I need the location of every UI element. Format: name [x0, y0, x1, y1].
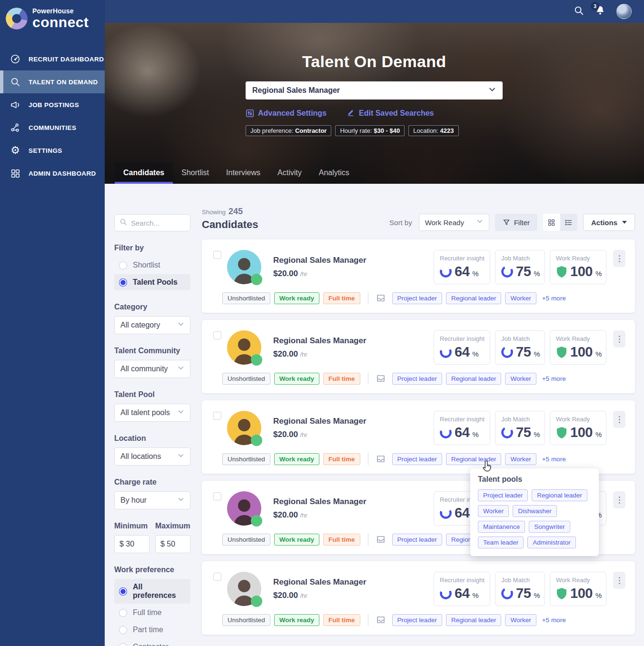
candidate-checkbox[interactable]	[213, 251, 221, 259]
sidebar-item-communities[interactable]: COMMUNITIES	[0, 116, 105, 139]
tab-shortlist[interactable]: Shortlist	[173, 163, 218, 184]
candidate-checkbox[interactable]	[213, 412, 221, 420]
candidate-avatar[interactable]	[227, 572, 261, 606]
stat-work-ready: Work Ready 100%	[550, 330, 606, 365]
candidate-title[interactable]: Regional Sales Manager	[273, 336, 367, 346]
rate-unit: /hr	[300, 512, 307, 519]
candidate-avatar[interactable]	[227, 330, 261, 365]
divider	[368, 292, 368, 304]
candidate-avatar[interactable]	[227, 411, 261, 445]
global-search-icon[interactable]	[574, 5, 584, 18]
sidebar-item-admin-dashboard[interactable]: ADMIN DASHBOARD	[0, 162, 105, 185]
candidate-card: Regional Sales Manager $20.00 /hr Recrui…	[202, 561, 635, 635]
card-menu-button[interactable]	[613, 411, 625, 428]
tab-interviews[interactable]: Interviews	[218, 163, 269, 184]
candidate-checkbox[interactable]	[213, 573, 221, 581]
filter-by-option-shortlist[interactable]: Shortlist	[114, 257, 190, 273]
pool-badge[interactable]: Regional leader	[446, 453, 502, 465]
filter-chip-job-preference[interactable]: Job preference: Contractor	[246, 125, 331, 136]
more-pools-link-hovered[interactable]: +5 more	[542, 456, 566, 463]
advanced-settings-link[interactable]: Advanced Settings	[246, 108, 327, 119]
pool-badge[interactable]: Regional leader	[532, 489, 587, 501]
filter-button[interactable]: Filter	[495, 214, 537, 231]
maximum-input[interactable]	[155, 535, 190, 553]
brand-logo[interactable]: PowerHouse connect	[0, 0, 105, 30]
pool-badge[interactable]: Project leader	[478, 489, 528, 501]
tab-analytics[interactable]: Analytics	[310, 163, 358, 184]
talent-pool-select[interactable]: All talent pools	[114, 404, 190, 422]
category-select[interactable]: All category	[114, 316, 190, 334]
talent-pool-tray-icon	[376, 535, 386, 544]
sidebar-item-label: TALENT ON DEMAND	[29, 79, 98, 86]
pool-badge[interactable]: Dishwasher	[513, 505, 557, 517]
tab-activity[interactable]: Activity	[269, 163, 310, 184]
work-pref-all-preferences[interactable]: All preferences	[114, 579, 190, 604]
charge-rate-select[interactable]: By hour	[114, 491, 190, 509]
user-avatar[interactable]	[616, 4, 632, 19]
more-pools-link[interactable]: +5 more	[542, 375, 566, 382]
list-view-button[interactable]	[560, 214, 577, 231]
pool-badge[interactable]: Songwriter	[529, 521, 570, 533]
pool-badge[interactable]: Project leader	[392, 614, 442, 626]
card-menu-button[interactable]	[613, 250, 625, 267]
tab-candidates[interactable]: Candidates	[115, 163, 173, 184]
filter-by-option-talent-pools[interactable]: Talent Pools	[114, 274, 190, 290]
job-search-select[interactable]: Regional Sales Manager	[246, 81, 503, 99]
filter-chip-hourly-rate[interactable]: Hourly rate: $30 - $40	[335, 125, 405, 136]
card-menu-button[interactable]	[613, 330, 625, 348]
pool-badge[interactable]: Administrator	[527, 537, 576, 548]
candidate-title[interactable]: Regional Sales Manager	[273, 417, 367, 426]
actions-button[interactable]: Actions	[583, 214, 635, 231]
pool-badge[interactable]: Worker	[478, 505, 509, 517]
talent-pool-tray-icon	[376, 374, 386, 383]
location-select[interactable]: All locations	[114, 447, 190, 466]
more-pools-link[interactable]: +5 more	[542, 616, 566, 624]
pool-badge[interactable]: Worker	[505, 292, 536, 304]
sidebar-item-talent-on-demand[interactable]: TALENT ON DEMAND	[0, 70, 105, 93]
edit-saved-searches-link[interactable]: Edit Saved Searches	[347, 108, 434, 119]
sort-select[interactable]: Work Ready	[419, 214, 489, 231]
candidate-title[interactable]: Regional Sales Manager	[273, 256, 367, 265]
work-pref-part-time[interactable]: Part time	[114, 622, 190, 638]
candidate-rate: $20.00	[273, 349, 298, 358]
more-pools-link[interactable]: +5 more	[542, 295, 566, 302]
grid-view-button[interactable]	[543, 214, 560, 231]
pool-badge[interactable]: Worker	[505, 373, 536, 385]
candidate-avatar[interactable]	[227, 491, 261, 526]
talent-pool-label: Talent Pool	[114, 390, 190, 399]
candidate-title[interactable]: Regional Sales Manager	[273, 577, 367, 587]
filter-chip-location[interactable]: Location: 4223	[408, 125, 458, 136]
sidebar-item-settings[interactable]: ⚙ SETTINGS	[0, 139, 105, 162]
candidate-checkbox[interactable]	[213, 331, 221, 339]
candidate-checkbox[interactable]	[213, 492, 221, 500]
pool-badge[interactable]: Maintanence	[478, 521, 525, 533]
candidate-title[interactable]: Regional Sales Manager	[273, 497, 367, 507]
sidebar-item-label: JOB POSTINGS	[29, 101, 79, 109]
candidate-rate: $20.00	[273, 430, 298, 439]
status-badge-full-time: Full time	[323, 614, 360, 626]
pool-badge[interactable]: Regional leader	[446, 373, 502, 385]
pool-badge[interactable]: Worker	[505, 453, 536, 465]
sidebar-item-job-postings[interactable]: JOB POSTINGS	[0, 93, 105, 116]
candidate-avatar[interactable]	[227, 250, 261, 284]
sidebar-item-recruit-dashboard[interactable]: RECRUIT DASHBOARD	[0, 48, 105, 70]
pool-badge[interactable]: Project leader	[392, 292, 442, 304]
work-pref-full-time[interactable]: Full time	[114, 605, 190, 621]
minimum-input[interactable]	[114, 535, 149, 553]
pool-badge[interactable]: Team leader	[478, 537, 524, 548]
filter-search[interactable]	[114, 214, 190, 231]
card-menu-button[interactable]	[613, 572, 625, 589]
pool-badge[interactable]: Regional leader	[446, 292, 502, 304]
sidebar-item-label: RECRUIT DASHBOARD	[29, 56, 104, 63]
pool-badge[interactable]: Regional leader	[446, 614, 502, 626]
pool-badge[interactable]: Project leader	[392, 373, 442, 385]
card-menu-button[interactable]	[613, 491, 625, 508]
community-select[interactable]: All community	[114, 360, 190, 378]
search-input[interactable]	[131, 219, 185, 227]
pool-badge[interactable]: Project leader	[392, 534, 442, 546]
pool-badge[interactable]: Worker	[505, 614, 536, 626]
pool-badge[interactable]: Project leader	[392, 453, 442, 465]
notifications-bell-icon[interactable]: 3	[594, 5, 606, 18]
work-pref-contractor[interactable]: Contractor	[114, 639, 190, 646]
shield-icon	[556, 587, 567, 600]
